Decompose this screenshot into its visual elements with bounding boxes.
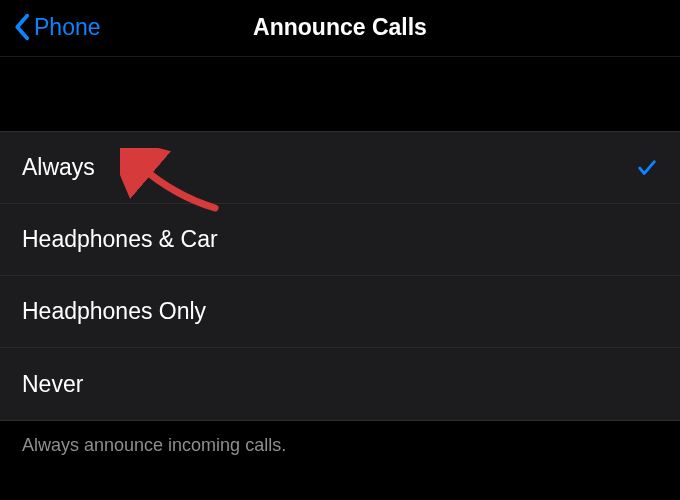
checkmark-icon	[636, 157, 658, 179]
option-headphones-car[interactable]: Headphones & Car	[0, 204, 680, 276]
option-label: Never	[22, 371, 83, 398]
chevron-left-icon	[12, 13, 31, 41]
footer-description: Always announce incoming calls.	[0, 420, 680, 470]
nav-header: Phone Announce Calls	[0, 0, 680, 54]
option-label: Headphones Only	[22, 298, 206, 325]
page-title: Announce Calls	[12, 14, 668, 41]
option-headphones-only[interactable]: Headphones Only	[0, 276, 680, 348]
section-spacer	[0, 56, 680, 132]
options-list: Always Headphones & Car Headphones Only …	[0, 132, 680, 420]
option-label: Always	[22, 154, 95, 181]
back-label: Phone	[34, 14, 101, 41]
option-always[interactable]: Always	[0, 132, 680, 204]
option-label: Headphones & Car	[22, 226, 218, 253]
option-never[interactable]: Never	[0, 348, 680, 420]
back-button[interactable]: Phone	[12, 13, 101, 41]
